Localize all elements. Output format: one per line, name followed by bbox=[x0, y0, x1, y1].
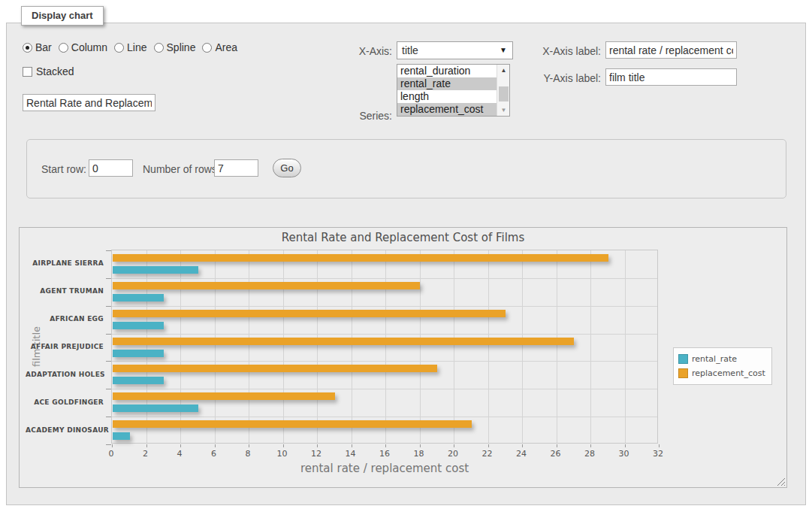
gridline-vertical bbox=[215, 250, 216, 443]
radio-label: Spline bbox=[167, 41, 196, 53]
x-tick-label: 2 bbox=[127, 449, 165, 459]
x-tick-label: 14 bbox=[332, 449, 370, 459]
y-tick-mark bbox=[106, 417, 111, 417]
listbox-scrollbar[interactable]: ▲ ▼ bbox=[497, 65, 509, 116]
scroll-down-icon[interactable]: ▼ bbox=[497, 105, 510, 116]
chart-type-option-bar[interactable]: Bar bbox=[23, 41, 52, 53]
chart-type-option-area[interactable]: Area bbox=[202, 41, 237, 53]
legend-swatch-icon bbox=[678, 368, 688, 378]
x-tick-mark bbox=[385, 444, 386, 447]
dropdown-arrow-icon[interactable]: ▼ bbox=[500, 46, 507, 54]
x-tick-label: 18 bbox=[400, 449, 438, 459]
gridline-horizontal bbox=[112, 306, 657, 307]
start-row-label: Start row: bbox=[41, 163, 86, 175]
series-option-rental_rate[interactable]: rental_rate bbox=[397, 77, 497, 90]
x-tick-label: 24 bbox=[503, 449, 540, 459]
chart-type-option-line[interactable]: Line bbox=[114, 41, 146, 53]
x-tick-mark bbox=[112, 444, 113, 447]
x-tick-label: 20 bbox=[434, 449, 472, 459]
gridline-vertical bbox=[385, 250, 386, 443]
bar-rental_rate bbox=[113, 294, 164, 301]
series-option-rental_duration[interactable]: rental_duration bbox=[397, 65, 497, 77]
y-axis-label-input[interactable] bbox=[605, 68, 737, 86]
y-tick-mark bbox=[106, 250, 111, 251]
series-list-label: Series: bbox=[331, 110, 392, 122]
x-axis-label-input[interactable] bbox=[605, 41, 737, 59]
x-tick-label: 4 bbox=[161, 449, 198, 459]
legend-label: rental_rate bbox=[692, 354, 737, 364]
series-option-length[interactable]: length bbox=[397, 90, 497, 103]
bar-replacement_cost bbox=[113, 392, 335, 400]
y-axis-label-caption: Y-Axis label: bbox=[526, 72, 601, 84]
start-row-input[interactable] bbox=[89, 159, 133, 177]
checkbox-icon[interactable] bbox=[23, 67, 32, 77]
x-tick-mark bbox=[146, 444, 147, 447]
number-of-rows-input[interactable] bbox=[214, 159, 258, 177]
chart-title: Rental Rate and Replacement Cost of Film… bbox=[20, 231, 786, 244]
scrollbar-thumb[interactable] bbox=[499, 86, 509, 101]
x-tick-mark bbox=[352, 444, 352, 447]
gridline-horizontal bbox=[112, 361, 657, 362]
gridline-horizontal bbox=[112, 389, 657, 389]
x-tick-mark bbox=[317, 444, 318, 447]
y-tick-mark bbox=[106, 361, 111, 362]
radio-icon[interactable] bbox=[154, 43, 164, 53]
gridline-vertical bbox=[557, 250, 557, 443]
x-axis-select-label: X-Axis: bbox=[331, 45, 392, 57]
gridline-vertical bbox=[180, 250, 181, 443]
number-of-rows-label: Number of rows: bbox=[143, 163, 220, 175]
x-axis-select[interactable]: title ▼ bbox=[397, 41, 513, 59]
y-tick-mark bbox=[106, 334, 111, 335]
x-tick-mark bbox=[249, 444, 249, 447]
x-tick-label: 16 bbox=[366, 449, 403, 459]
x-tick-label: 8 bbox=[229, 449, 267, 459]
y-tick-mark bbox=[106, 306, 111, 307]
bar-replacement_cost bbox=[113, 365, 437, 372]
chart-type-option-spline[interactable]: Spline bbox=[154, 41, 196, 53]
stacked-checkbox-row[interactable]: Stacked bbox=[23, 65, 74, 77]
category-label: AIRPLANE SIERRA bbox=[26, 259, 104, 267]
x-tick-mark bbox=[180, 444, 181, 447]
fieldset-title: Display chart bbox=[21, 6, 104, 26]
y-tick-mark bbox=[106, 278, 111, 279]
series-option-replacement_cost[interactable]: replacement_cost bbox=[397, 103, 497, 116]
radio-icon[interactable] bbox=[23, 43, 32, 53]
x-tick-label: 22 bbox=[469, 449, 506, 459]
x-tick-label: 0 bbox=[92, 449, 130, 459]
x-tick-mark bbox=[215, 444, 216, 447]
series-options: rental_durationrental_ratelengthreplacem… bbox=[397, 65, 497, 116]
bar-rental_rate bbox=[113, 266, 198, 274]
bar-replacement_cost bbox=[113, 420, 472, 428]
x-tick-mark bbox=[557, 444, 557, 447]
x-tick-label: 26 bbox=[537, 449, 575, 459]
chart-legend: rental_ratereplacement_cost bbox=[673, 347, 772, 385]
series-listbox[interactable]: rental_durationrental_ratelengthreplacem… bbox=[397, 64, 510, 117]
x-axis-label-caption: X-Axis label: bbox=[526, 45, 601, 57]
resize-handle-icon[interactable] bbox=[776, 477, 785, 486]
gridline-vertical bbox=[488, 250, 489, 443]
radio-icon[interactable] bbox=[59, 43, 68, 53]
gridline-vertical bbox=[454, 250, 454, 443]
radio-label: Area bbox=[215, 41, 237, 53]
x-tick-mark bbox=[522, 444, 523, 447]
x-tick-mark bbox=[454, 444, 454, 447]
gridline-vertical bbox=[590, 250, 591, 443]
radio-icon[interactable] bbox=[202, 43, 212, 53]
chart-type-option-column[interactable]: Column bbox=[59, 41, 107, 53]
rows-form-panel bbox=[26, 139, 786, 198]
x-tick-mark bbox=[590, 444, 591, 447]
category-label: ADAPTATION HOLES bbox=[26, 371, 104, 378]
radio-icon[interactable] bbox=[114, 43, 124, 53]
x-tick-mark bbox=[283, 444, 284, 447]
gridline-vertical bbox=[283, 250, 284, 443]
x-tick-label: 28 bbox=[571, 449, 608, 459]
scroll-up-icon[interactable]: ▲ bbox=[497, 65, 510, 76]
gridline-vertical bbox=[420, 250, 421, 443]
radio-label: Bar bbox=[35, 41, 52, 53]
chart-title-input[interactable] bbox=[23, 94, 155, 111]
gridline-horizontal bbox=[112, 417, 657, 417]
go-button[interactable]: Go bbox=[273, 159, 301, 177]
category-label: AGENT TRUMAN bbox=[26, 287, 104, 295]
x-tick-mark bbox=[625, 444, 626, 447]
x-axis-title: rental rate / replacement cost bbox=[111, 462, 658, 475]
